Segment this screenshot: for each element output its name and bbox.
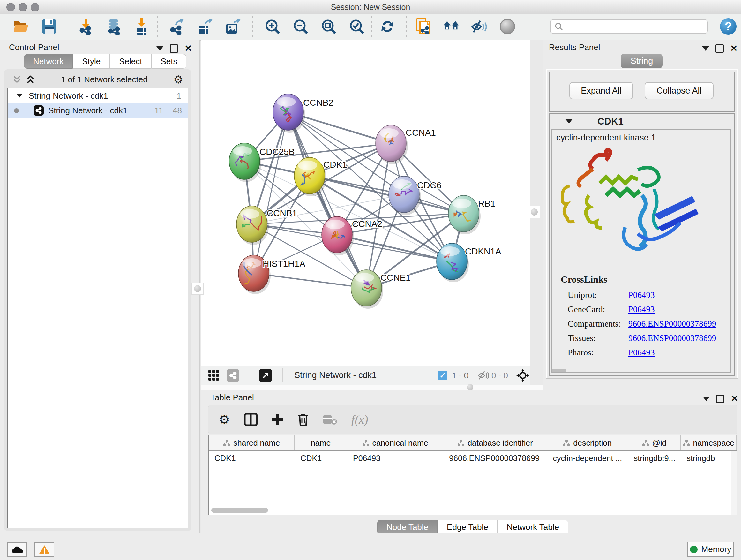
zoom-in-icon[interactable] [264,18,281,35]
cloud-button[interactable] [7,542,27,557]
network-overview-icon[interactable] [226,369,239,382]
crosslink-link[interactable]: P06493 [628,290,655,300]
maximize-window-button[interactable] [30,3,39,11]
crosslink-link[interactable]: 9606.ENSP00000378699 [628,333,716,343]
mini-scrollbar[interactable] [552,369,566,372]
refresh-icon[interactable] [379,18,396,35]
column-header-database-identifier[interactable]: database identifier [443,435,547,450]
table-row[interactable]: CDK1CDK1P064939606.ENSP00000378699cyclin… [209,451,737,465]
zoom-fit-icon[interactable] [320,18,337,35]
left-splitter-handle[interactable] [192,283,204,295]
new-network-from-selection-icon[interactable] [415,18,431,35]
search-input[interactable] [565,22,707,31]
column-header-namespace[interactable]: namespace [681,435,737,450]
close-window-button[interactable] [6,3,15,11]
column-header-description[interactable]: description [547,435,628,450]
horizontal-scrollbar-thumb[interactable] [211,508,268,513]
warnings-button[interactable] [35,542,54,557]
tab-string[interactable]: String [621,54,663,68]
crosslink-link[interactable]: 9606.ENSP00000378699 [628,319,716,329]
tab-style[interactable]: Style [73,54,110,69]
close-panel-icon[interactable]: ✕ [730,45,738,52]
export-network-icon[interactable] [169,18,185,35]
table-cell[interactable]: CDK1 [294,451,347,465]
collapse-panel-icon[interactable] [703,396,710,401]
close-panel-icon[interactable]: ✕ [185,45,192,52]
node-label: CCNB2 [303,98,333,108]
birds-eye-view-icon[interactable] [499,18,516,35]
first-neighbors-icon[interactable] [443,18,460,35]
table-cell[interactable]: CDK1 [209,451,294,465]
import-table-icon[interactable] [133,18,150,35]
splitter-handle-dot[interactable] [467,384,473,390]
table-cell[interactable]: 9606.ENSP00000378699 [443,451,547,465]
tab-select[interactable]: Select [110,54,151,69]
network-collection-row[interactable]: String Network - cdk1 1 [8,88,188,103]
network-row-selected[interactable]: String Network - cdk1 11 48 [8,103,188,118]
zoom-selected-icon[interactable] [348,18,365,35]
export-table-icon[interactable] [197,18,213,35]
column-header-@id[interactable]: @id [628,435,681,450]
table-cell[interactable]: cyclin-dependent ... [547,451,628,465]
crosslink-link[interactable]: P06493 [628,348,655,358]
float-panel-icon[interactable] [716,44,724,53]
import-network-from-database-icon[interactable] [105,18,122,35]
network-node-CCNB2[interactable]: CCNB2 [273,94,333,133]
open-in-window-icon[interactable] [259,369,272,382]
export-image-icon[interactable] [225,18,241,35]
network-edge[interactable] [337,235,452,261]
help-icon[interactable]: ? [720,18,737,35]
column-header-name[interactable]: name [294,435,347,450]
close-panel-icon[interactable]: ✕ [731,395,738,402]
tree-expand-icon[interactable] [17,94,22,98]
vertical-scrollbar[interactable] [731,451,737,515]
section-collapse-icon[interactable] [565,119,572,124]
grid-view-icon[interactable] [208,370,219,382]
table-cell[interactable]: stringdb:9... [628,451,681,465]
table-cell[interactable]: stringdb [681,451,737,465]
selected-checkbox[interactable]: ✓ [438,371,448,380]
tab-network[interactable]: Network [24,54,73,69]
float-panel-icon[interactable] [716,395,724,403]
collapse-panel-icon[interactable] [156,46,163,51]
table-settings-gear-icon[interactable]: ⚙ [219,413,230,426]
open-session-icon[interactable] [13,18,29,35]
import-network-icon[interactable] [77,18,94,35]
show-hide-graphics-details-icon[interactable] [471,18,488,35]
string-network-icon [33,105,44,116]
expand-all-icon[interactable] [25,75,35,84]
minimize-window-button[interactable] [18,3,27,11]
gene-description: cyclin-dependent kinase 1 [556,133,656,143]
gear-icon[interactable]: ⚙ [174,74,183,85]
float-panel-icon[interactable] [170,44,178,53]
network-edge[interactable] [254,112,288,273]
column-header-canonical-name[interactable]: canonical name [347,435,443,450]
collapse-panel-icon[interactable] [702,46,709,51]
network-node-RB1[interactable]: RB1 [448,195,495,234]
search-box[interactable] [550,19,708,34]
table-cell[interactable]: P06493 [347,451,443,465]
crosslink-link[interactable]: P06493 [628,305,655,314]
collapse-all-button[interactable]: Collapse All [645,82,714,99]
add-column-icon[interactable] [272,414,284,426]
memory-button[interactable]: Memory [687,542,734,557]
column-header-shared-name[interactable]: shared name [209,435,294,450]
collapse-all-icon[interactable] [12,75,22,84]
network-node-CDKN1A[interactable]: CDKN1A [436,243,501,282]
save-session-icon[interactable] [41,18,57,35]
network-node-CCNB1[interactable]: CCNB1 [237,206,297,245]
network-graph[interactable]: CCNB2CCNA1CDC25BCDK1CDC6RB1CCNB1CCNA2CDK… [201,40,530,366]
network-canvas[interactable]: CCNB2CCNA1CDC25BCDK1CDC6RB1CCNB1CCNA2CDK… [201,40,530,366]
network-node-CCNE1[interactable]: CCNE1 [351,270,411,309]
pan-crosshair-icon[interactable] [516,369,529,383]
network-node-CDC25B[interactable]: CDC25B [229,143,294,182]
network-node-HIST1H1A[interactable]: HIST1H1A [239,255,306,294]
show-columns-icon[interactable] [244,413,258,426]
tab-sets[interactable]: Sets [151,54,186,69]
expand-all-button[interactable]: Expand All [569,82,633,99]
network-node-CDK1[interactable]: CDK1 [294,158,347,196]
zoom-out-icon[interactable] [292,18,309,35]
delete-column-icon[interactable] [298,413,309,426]
table-toolbar: ⚙ f(x) [208,405,737,434]
right-splitter-handle[interactable] [528,206,540,218]
